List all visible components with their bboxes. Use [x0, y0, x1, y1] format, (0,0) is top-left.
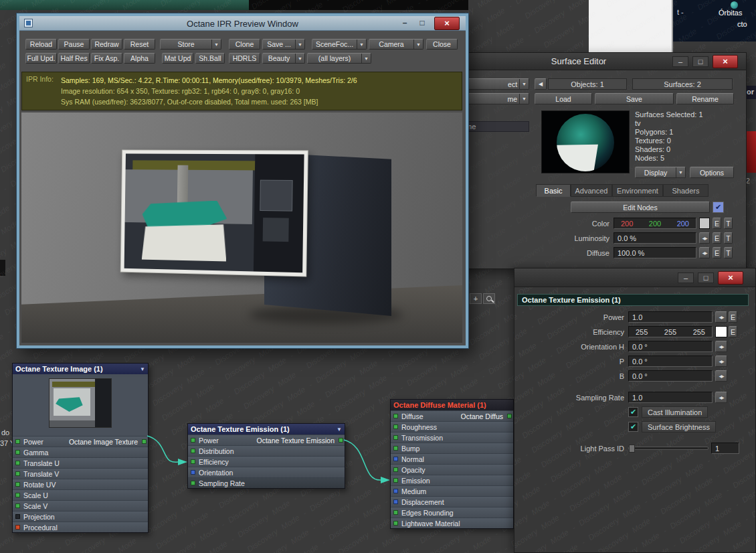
save-dropdown[interactable]: Save ... ▼ — [262, 39, 305, 50]
input-pin-icon[interactable] — [191, 459, 195, 464]
node-row[interactable]: Lightwave Material — [391, 518, 513, 528]
minimize-button[interactable]: – — [672, 56, 688, 67]
node-row[interactable]: Projection — [13, 511, 148, 522]
node-row[interactable]: Translate V — [13, 468, 148, 479]
efficiency-field[interactable]: 255 255 255 — [628, 326, 713, 337]
node-row[interactable]: Scale V — [13, 500, 148, 511]
color-swatch[interactable] — [699, 218, 710, 229]
shader-ball-button[interactable]: Sh.Ball — [195, 53, 225, 64]
minimize-button[interactable]: – — [398, 18, 411, 29]
input-pin-icon[interactable] — [15, 471, 20, 476]
node-editor-pan-button[interactable]: + — [470, 293, 482, 304]
input-pin-icon[interactable] — [393, 467, 398, 472]
luminosity-stepper[interactable]: ◀▶ — [699, 232, 710, 244]
node-header[interactable]: Octane Texture Image (1) ▼ — [13, 364, 148, 374]
input-pin-icon[interactable] — [15, 503, 20, 508]
tab-environment[interactable]: Environment — [612, 184, 663, 197]
half-res-button[interactable]: Half Res — [58, 53, 90, 64]
power-stepper[interactable]: ◀▶ — [715, 311, 727, 323]
minimize-button[interactable]: – — [678, 272, 694, 283]
input-pin-icon[interactable] — [393, 510, 398, 515]
input-pin-icon[interactable] — [15, 493, 20, 497]
power-envelope-button[interactable]: E — [729, 311, 737, 323]
node-row[interactable]: Procedural — [13, 522, 148, 532]
node-row[interactable]: Rotate UV — [13, 479, 148, 489]
orientation-p-field[interactable]: 0.0 ° — [628, 356, 713, 367]
orientation-h-stepper[interactable]: ◀▶ — [715, 341, 727, 352]
color-b-value[interactable]: 200 — [677, 220, 689, 228]
output-pin-icon[interactable] — [339, 438, 343, 443]
layers-dropdown[interactable]: (all layers) ▼ — [307, 53, 371, 64]
node-row[interactable]: Edges Rounding — [391, 507, 513, 518]
efficiency-r[interactable]: 255 — [636, 328, 648, 336]
node-row[interactable]: Normal — [391, 453, 513, 464]
save-button[interactable]: Save — [595, 93, 674, 104]
mat-update-button[interactable]: Mat Upd — [162, 53, 193, 64]
ipr-titlebar[interactable]: Octane IPR Preview Window – □ × — [19, 16, 466, 31]
surface-brightness-label[interactable]: Surface Brightness — [642, 421, 716, 432]
close-button[interactable]: × — [718, 271, 743, 285]
clone-button[interactable]: Clone — [229, 39, 260, 50]
surface-back-button[interactable]: ◀ — [535, 78, 547, 90]
node-header[interactable]: Octane Texture Emission (1) ▼ — [188, 424, 345, 434]
luminosity-texture-button[interactable]: T — [724, 232, 733, 244]
redraw-button[interactable]: Redraw — [91, 39, 122, 50]
color-r-value[interactable]: 200 — [621, 220, 633, 228]
node-row[interactable]: Roughness — [391, 421, 513, 432]
input-pin-icon[interactable] — [393, 435, 398, 440]
beauty-dropdown[interactable]: Beauty ▼ — [262, 53, 305, 64]
input-pin-icon[interactable] — [15, 482, 20, 487]
color-envelope-button[interactable]: E — [713, 218, 721, 229]
diffuse-field[interactable]: 100.0 % — [613, 247, 696, 258]
node-header[interactable]: Octane Diffuse Material (1) — [391, 400, 513, 410]
node-row[interactable]: Translate U — [13, 457, 148, 468]
camera-dropdown[interactable]: Camera ▼ — [369, 39, 423, 50]
input-pin-icon[interactable] — [191, 481, 195, 485]
efficiency-b[interactable]: 255 — [693, 328, 705, 336]
rename-button[interactable]: Rename — [676, 93, 734, 104]
tab-advanced[interactable]: Advanced — [571, 184, 612, 197]
fix-aspect-button[interactable]: Fix Asp. — [91, 53, 122, 64]
input-pin-icon[interactable] — [15, 525, 20, 530]
node-row[interactable]: Distribution — [188, 445, 345, 456]
sampling-rate-field[interactable]: 1.0 — [628, 392, 713, 403]
input-pin-icon[interactable] — [15, 514, 20, 519]
filter-by-dropdown[interactable]: me ▼ — [462, 93, 529, 104]
efficiency-swatch[interactable] — [715, 326, 727, 337]
edit-by-dropdown[interactable]: ect ▼ — [462, 78, 529, 90]
surface-brightness-checkbox[interactable]: ✔ — [628, 422, 638, 432]
orientation-b-stepper[interactable]: ◀▶ — [715, 370, 727, 382]
node-row[interactable]: Orientation — [188, 467, 345, 477]
color-g-value[interactable]: 200 — [649, 220, 661, 228]
input-pin-icon[interactable] — [15, 439, 20, 444]
efficiency-envelope-button[interactable]: E — [729, 326, 737, 337]
input-pin-icon[interactable] — [393, 489, 398, 493]
maximize-button[interactable]: □ — [698, 272, 714, 283]
emission-window-titlebar[interactable]: – □ × — [514, 268, 755, 287]
ipr-render-viewport[interactable] — [21, 112, 462, 343]
input-pin-icon[interactable] — [191, 449, 195, 453]
node-row[interactable]: Efficiency — [188, 456, 345, 467]
color-texture-button[interactable]: T — [724, 218, 733, 229]
node-octane-texture-emission[interactable]: Octane Texture Emission (1) ▼ PowerOctan… — [187, 423, 345, 489]
input-pin-icon[interactable] — [393, 414, 398, 418]
maximize-button[interactable]: □ — [415, 18, 429, 29]
node-row[interactable]: PowerOctane Texture Emission — [188, 434, 345, 445]
hdrls-button[interactable]: HDRLS — [229, 53, 260, 64]
display-dropdown[interactable]: Display ▼ — [635, 167, 686, 178]
reload-button[interactable]: Reload — [25, 39, 57, 50]
alpha-button[interactable]: Alpha — [124, 53, 155, 64]
node-editor-zoom-button[interactable] — [483, 293, 495, 304]
input-pin-icon[interactable] — [393, 499, 398, 504]
node-row[interactable]: Scale U — [13, 489, 148, 500]
node-row[interactable]: Opacity — [391, 464, 513, 475]
node-row[interactable]: DiffuseOctane Diffus — [391, 410, 513, 421]
scene-focus-dropdown[interactable]: SceneFoc... ▼ — [312, 39, 367, 50]
input-pin-icon[interactable] — [191, 470, 195, 475]
node-row[interactable]: Medium — [391, 485, 513, 496]
orbitas-label[interactable]: Órbitas — [719, 9, 742, 17]
input-pin-icon[interactable] — [15, 461, 20, 465]
cast-illumination-label[interactable]: Cast Illumination — [642, 406, 708, 418]
node-row[interactable]: Bump — [391, 443, 513, 453]
pause-button[interactable]: Pause — [58, 39, 90, 50]
